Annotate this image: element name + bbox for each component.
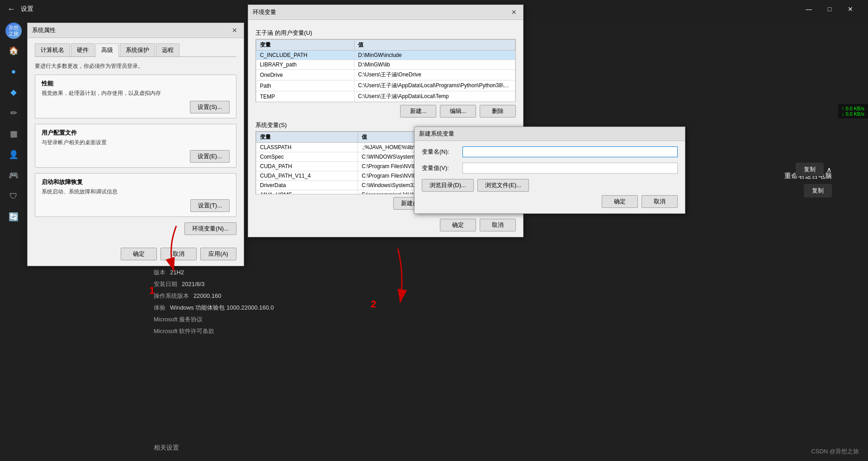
env-cancel-button[interactable]: 取消	[480, 219, 516, 231]
title-left: ← 设置	[7, 5, 33, 14]
env-dialog-close[interactable]: ✕	[509, 8, 519, 17]
var-name-input[interactable]	[462, 146, 678, 157]
sidebar-item-pen[interactable]: ✏	[5, 104, 23, 122]
tab-remote[interactable]: 远程	[156, 43, 179, 56]
csdn-watermark: CSDN @异想之旅	[811, 447, 859, 456]
env-dialog-titlebar: 环境变量 ✕	[248, 5, 523, 20]
sidebar-item-gaming[interactable]: 🎮	[5, 166, 23, 184]
avatar[interactable]: 异想 之旅	[5, 23, 22, 39]
cell-val: C:\Users\王子涵\AppData\Local\Programs\Pyth…	[354, 80, 515, 91]
table-row[interactable]: LIBRARY_path D:\MinGW\lib	[256, 60, 515, 70]
cell-var: JAVA_HOME	[256, 190, 358, 195]
cell-var: TMP	[256, 102, 354, 103]
sidebar-item-network[interactable]: ◆	[5, 83, 23, 101]
cell-var: Path	[256, 80, 354, 91]
performance-title: 性能	[42, 80, 230, 88]
maximize-button[interactable]: □	[819, 0, 840, 18]
env-dialog-title: 环境变量	[253, 8, 276, 16]
cell-var: TEMP	[256, 91, 354, 102]
startup-settings-button[interactable]: 设置(T)...	[190, 199, 230, 212]
env-vars-button[interactable]: 环境变量(N)...	[184, 222, 236, 235]
expand-icon[interactable]: ∧	[826, 165, 832, 174]
table-row[interactable]: OneDrive C:\Users\王子涵\OneDrive	[256, 70, 515, 80]
user-col-val: 值	[354, 40, 515, 51]
step-2-label: 2	[371, 298, 376, 310]
info-row-install: 安装日期2021/8/3	[154, 278, 274, 290]
user-delete-button[interactable]: 删除	[480, 105, 516, 118]
cell-var: CLASSPATH	[256, 143, 358, 152]
info-row-service: Microsoft 服务协议	[154, 314, 274, 325]
user-vars-table-container: 变量 值 C_INCLUDE_PATH D:\MinGW\include LIB…	[255, 39, 516, 102]
sys-props-close[interactable]: ✕	[230, 26, 239, 35]
cell-var: ComSpec	[256, 152, 358, 162]
var-name-label: 变量名(N):	[422, 148, 458, 156]
close-button[interactable]: ✕	[840, 0, 861, 18]
sidebar-item-home[interactable]: 🏠	[5, 42, 23, 60]
cell-var: C_INCLUDE_PATH	[256, 51, 354, 60]
cell-var: DriverData	[256, 181, 358, 190]
tab-computer-name[interactable]: 计算机名	[35, 43, 70, 56]
system-info: 版本21H2 安装日期2021/8/3 操作系统版本22000.160 体验Wi…	[154, 267, 274, 337]
copy-button-2[interactable]: 复制	[796, 163, 824, 176]
startup-section: 启动和故障恢复 系统启动、系统故障和调试信息 设置(T)...	[35, 173, 236, 217]
var-name-row: 变量名(N):	[422, 146, 678, 157]
sidebar-item-user[interactable]: 👤	[5, 146, 23, 164]
table-row[interactable]: TMP C:\Users\王子涵\AppData\Local\Temp	[256, 102, 515, 103]
sidebar-item-bluetooth[interactable]: ●	[5, 62, 23, 80]
user-profile-desc: 与登录帐户相关的桌面设置	[42, 139, 230, 146]
env-ok-button[interactable]: 确定	[440, 219, 476, 231]
performance-section: 性能 视觉效果，处理器计划，内存使用，以及虚拟内存 设置(S)...	[35, 75, 236, 118]
cell-val: C:\Users\王子涵\AppData\Local\Temp	[354, 102, 515, 103]
new-var-ok[interactable]: 确定	[602, 195, 638, 208]
user-vars-table: 变量 值 C_INCLUDE_PATH D:\MinGW\include LIB…	[256, 39, 515, 102]
sys-props-ok[interactable]: 确定	[121, 248, 157, 260]
upload-speed: ↑ 0.0 KB/s	[842, 106, 864, 111]
copy-button[interactable]: 复制	[804, 184, 832, 198]
user-new-button[interactable]: 新建...	[400, 105, 436, 118]
sidebar-item-update[interactable]: 🔄	[5, 208, 23, 226]
copy-section-2: 复制 ∧	[796, 163, 832, 176]
env-dialog-footer: 确定 取消	[248, 215, 523, 237]
tab-system-protection[interactable]: 系统保护	[120, 43, 155, 56]
info-row-license: Microsoft 软件许可条款	[154, 325, 274, 337]
sidebar-item-apps[interactable]: ▦	[5, 125, 23, 143]
startup-desc: 系统启动、系统故障和调试信息	[42, 188, 230, 196]
cell-val: C:\Users\王子涵\AppData\Local\Temp	[354, 91, 515, 102]
table-row[interactable]: TEMP C:\Users\王子涵\AppData\Local\Temp	[256, 91, 515, 102]
tab-hardware[interactable]: 硬件	[71, 43, 94, 56]
new-var-cancel[interactable]: 取消	[642, 195, 678, 208]
startup-title: 启动和故障恢复	[42, 178, 230, 186]
related-settings-label: 相关设置	[154, 444, 179, 452]
sidebar-item-shield[interactable]: 🛡	[5, 187, 23, 205]
info-row-os-version: 操作系统版本22000.160	[154, 290, 274, 302]
browse-dir-button[interactable]: 浏览目录(D)...	[422, 179, 474, 192]
speed-indicator: ↑ 0.0 KB/s ↓ 0.0 KB/s	[838, 104, 868, 118]
sys-props-footer: 确定 取消 应用(A)	[28, 244, 244, 266]
performance-settings-button[interactable]: 设置(S)...	[190, 101, 230, 113]
back-button[interactable]: ←	[7, 5, 15, 14]
table-row[interactable]: C_INCLUDE_PATH D:\MinGW\include	[256, 51, 515, 60]
sys-props-cancel[interactable]: 取消	[160, 248, 197, 260]
sys-props-title: 系统属性	[32, 26, 56, 34]
user-col-var: 变量	[256, 40, 354, 51]
cell-var: LIBRARY_path	[256, 60, 354, 70]
step-1-label: 1	[149, 285, 155, 296]
performance-desc: 视觉效果，处理器计划，内存使用，以及虚拟内存	[42, 89, 230, 97]
table-row[interactable]: Path C:\Users\王子涵\AppData\Local\Programs…	[256, 80, 515, 91]
user-edit-button[interactable]: 编辑...	[440, 105, 476, 118]
cell-var: CUDA_PATH	[256, 162, 358, 171]
sys-props-titlebar: 系统属性 ✕	[28, 23, 244, 38]
sys-props-warning: 要进行大多数更改，你必须作为管理员登录。	[35, 62, 236, 70]
minimize-button[interactable]: —	[798, 0, 819, 18]
var-val-input[interactable]	[462, 163, 678, 174]
sys-props-apply[interactable]: 应用(A)	[200, 248, 236, 260]
cell-var: CUDA_PATH_V11_4	[256, 171, 358, 181]
cell-val: D:\MinGW\include	[354, 51, 515, 60]
window-controls: — □ ✕	[798, 0, 861, 18]
cell-val: C:\Users\王子涵\OneDrive	[354, 70, 515, 80]
browse-file-button[interactable]: 浏览文件(E)...	[477, 179, 529, 192]
info-row-version: 版本21H2	[154, 267, 274, 278]
sys-col-var: 变量	[256, 132, 358, 143]
tab-advanced[interactable]: 高级	[95, 43, 119, 57]
profile-settings-button[interactable]: 设置(E)...	[190, 150, 230, 163]
